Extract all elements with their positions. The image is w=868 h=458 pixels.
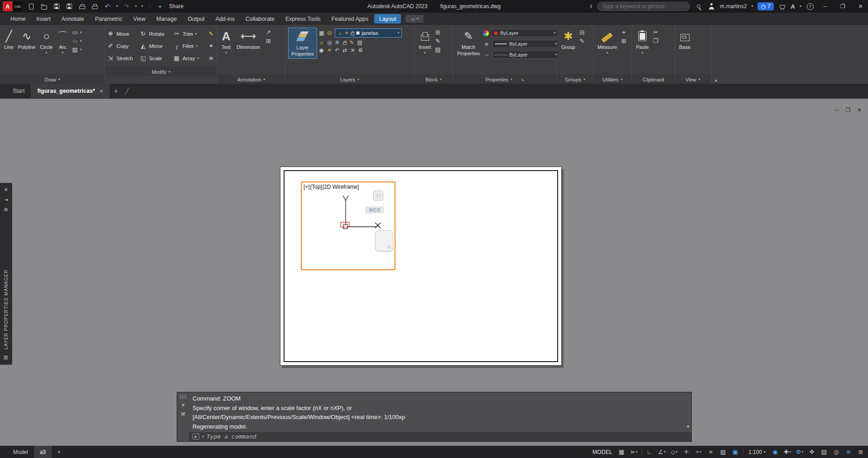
tab-express-tools[interactable]: Express Tools bbox=[280, 14, 326, 24]
new-drawing-button[interactable]: + bbox=[110, 84, 122, 98]
maximize-button[interactable]: ❐ bbox=[836, 0, 849, 13]
close-button[interactable]: ✕ bbox=[854, 0, 867, 13]
layer-delete-icon[interactable]: ✕ bbox=[350, 48, 355, 53]
share-label[interactable]: Share bbox=[169, 3, 183, 10]
qat-customize-caret-icon[interactable]: ▾ bbox=[141, 5, 143, 8]
expand-right-icon[interactable]: ❯ bbox=[589, 5, 593, 8]
edit-block-button[interactable]: ✎ bbox=[434, 38, 442, 44]
minimize-button[interactable]: ─ bbox=[819, 0, 832, 13]
tab-annotate[interactable]: Annotate bbox=[57, 14, 89, 24]
command-window[interactable]: ✕ ⚒ Command: ZOOM Specify corner of wind… bbox=[177, 392, 692, 442]
command-input-row[interactable]: ▶ ▾ Type a command bbox=[189, 431, 691, 441]
isometric-drafting-icon[interactable]: ◇▾ bbox=[670, 449, 679, 455]
circle-button[interactable]: ○Circle▾ bbox=[39, 28, 54, 56]
batch-plot-button[interactable] bbox=[91, 2, 99, 10]
make-current-layer-icon[interactable]: ⊙ bbox=[327, 30, 332, 36]
polyline-button[interactable]: ∿Polyline bbox=[17, 28, 37, 52]
undo-caret-icon[interactable]: ▾ bbox=[116, 5, 118, 8]
layer-off-icon[interactable]: ☼ bbox=[319, 40, 324, 45]
object-snap-tracking-icon[interactable]: ✛ bbox=[682, 449, 691, 455]
id-point-button[interactable]: ⌖ bbox=[620, 29, 627, 35]
isolate-objects-icon[interactable]: ◎ bbox=[832, 449, 841, 455]
lineweight-display-icon[interactable]: ≡ bbox=[706, 449, 715, 455]
account-caret-icon[interactable]: ▾ bbox=[800, 5, 801, 8]
graphics-performance-icon[interactable]: ≋ bbox=[844, 449, 853, 455]
layer-prev-icon[interactable]: ↶ bbox=[335, 48, 339, 53]
linetype-setting-icon[interactable]: ┄ bbox=[483, 52, 490, 58]
doc-close-icon[interactable]: ✕ bbox=[857, 107, 862, 113]
redo-button[interactable]: ↷ bbox=[122, 2, 130, 10]
tab-overflow-icon[interactable]: ╱ bbox=[122, 84, 131, 98]
modify-panel-footer[interactable]: Modify▾ bbox=[105, 67, 217, 76]
clipboard-panel-footer[interactable]: Clipboard bbox=[632, 75, 675, 84]
help-button[interactable]: ? bbox=[806, 2, 814, 10]
measure-button[interactable]: Measure▾ bbox=[596, 28, 618, 56]
layer-settings-icon[interactable]: ⚙ bbox=[358, 48, 363, 53]
group-button[interactable]: ✱Group bbox=[560, 28, 577, 52]
block-panel-footer[interactable]: Block▾ bbox=[415, 75, 453, 84]
layer-properties-palette[interactable]: ✕ ⇥ ⚙ LAYER PROPERTIES MANAGER ≣ bbox=[0, 183, 12, 365]
autodesk-account-icon[interactable]: A bbox=[791, 3, 795, 10]
quick-calc-button[interactable]: ⊞ bbox=[620, 38, 627, 44]
annotation-scale-dropdown[interactable]: 1:100▾ bbox=[747, 449, 767, 455]
tab-featured-apps[interactable]: Featured Apps bbox=[327, 14, 373, 24]
username-label[interactable]: m.martins2 bbox=[720, 3, 747, 10]
viewport-overlay-button[interactable]: ▢ bbox=[373, 191, 383, 200]
properties-dialog-launcher-icon[interactable]: ↘ bbox=[521, 77, 525, 82]
palette-autohide-icon[interactable]: ⇥ bbox=[4, 197, 8, 202]
search-button[interactable] bbox=[694, 2, 703, 10]
search-input[interactable] bbox=[597, 2, 690, 11]
recent-commands-caret-icon[interactable]: ▾ bbox=[202, 435, 204, 439]
layer-merge-icon[interactable]: ⇄ bbox=[342, 48, 347, 53]
lineweight-setting-icon[interactable]: ≡ bbox=[483, 41, 490, 47]
match-properties-button[interactable]: ✎MatchProperties bbox=[456, 28, 481, 58]
text-button[interactable]: AText▾ bbox=[220, 28, 232, 56]
object-color-dropdown[interactable]: ByLayer ▾ bbox=[491, 29, 558, 37]
share-button[interactable]: ➤ bbox=[156, 2, 164, 10]
save-button[interactable] bbox=[53, 2, 61, 10]
snap-mode-icon[interactable]: ⋗▾ bbox=[629, 449, 638, 455]
view-panel-footer[interactable]: View▾ bbox=[675, 75, 711, 84]
fillet-button[interactable]: ╭Fillet▾ bbox=[173, 43, 207, 49]
trim-button[interactable]: ✂Trim▾ bbox=[173, 30, 207, 37]
layer-states-icon[interactable]: ▦ bbox=[319, 30, 324, 36]
copy-button[interactable]: ✐Copy bbox=[107, 43, 140, 49]
customize-icon[interactable]: ≣ bbox=[856, 449, 865, 455]
close-tab-icon[interactable]: ✕ bbox=[100, 89, 103, 94]
app-menu-button[interactable]: A CAD bbox=[3, 1, 23, 11]
command-prompt[interactable]: Type a command bbox=[207, 433, 256, 440]
tab-view[interactable]: View bbox=[128, 14, 150, 24]
base-view-button[interactable]: Base bbox=[678, 28, 692, 52]
selection-cycling-icon[interactable]: ▣ bbox=[731, 449, 740, 455]
annotation-visibility-icon[interactable]: ◉ bbox=[771, 449, 780, 455]
properties-panel-footer[interactable]: Properties▾↘ bbox=[453, 75, 557, 84]
ribbon-display-toggle[interactable]: ▭▾ bbox=[405, 15, 424, 23]
layer-isolate-icon[interactable]: ◎ bbox=[327, 40, 332, 45]
mirror-button[interactable]: ◭Mirror bbox=[140, 43, 173, 49]
user-button[interactable] bbox=[707, 2, 715, 10]
autoscale-icon[interactable]: ✚▾ bbox=[783, 449, 792, 455]
model-space-toggle[interactable]: MODEL bbox=[593, 449, 614, 455]
rectangle-button[interactable]: ▭▾ bbox=[71, 29, 82, 35]
layer-match-icon[interactable]: ✎ bbox=[350, 40, 354, 45]
transparency-icon[interactable]: ▨ bbox=[719, 449, 728, 455]
plot-button[interactable] bbox=[78, 2, 86, 10]
drawing-tab[interactable]: figuras_geometricas* ✕ bbox=[31, 84, 110, 98]
ortho-mode-icon[interactable]: ∟ bbox=[645, 449, 654, 455]
tab-manage[interactable]: Manage bbox=[151, 14, 182, 24]
create-block-button[interactable]: ⊞ bbox=[434, 29, 442, 35]
linetype-dropdown[interactable]: ByLayer ▾ bbox=[492, 51, 559, 59]
leader-button[interactable]: ↗ bbox=[265, 29, 272, 35]
object-snap-icon[interactable]: ⌖▾ bbox=[694, 449, 703, 455]
layer-unisolate-icon[interactable]: ◉ bbox=[319, 48, 323, 53]
scale-button[interactable]: ◱Scale bbox=[140, 55, 173, 62]
open-file-button[interactable] bbox=[40, 2, 48, 10]
insert-block-button[interactable]: Insert▾ bbox=[417, 28, 433, 56]
object-color-icon[interactable] bbox=[483, 30, 489, 36]
utilities-panel-footer[interactable]: Utilities▾ bbox=[593, 75, 632, 84]
ellipse-button[interactable]: ○▾ bbox=[71, 38, 82, 44]
workspace-gear-icon[interactable]: ⚙▾ bbox=[795, 449, 804, 455]
command-drag-grip[interactable] bbox=[179, 395, 187, 399]
arc-button[interactable]: ⌒Arc▾ bbox=[56, 28, 69, 56]
array-button[interactable]: ▦Array▾ bbox=[173, 55, 207, 62]
